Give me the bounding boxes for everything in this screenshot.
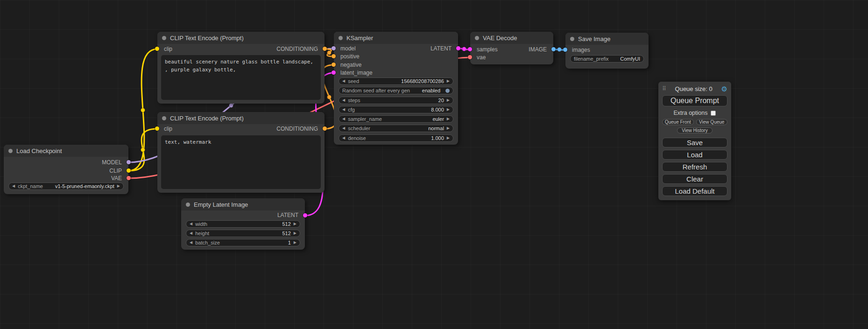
decrement-arrow-icon[interactable]: ◀	[190, 231, 192, 235]
decrement-arrow-icon[interactable]: ◀	[342, 79, 345, 83]
increment-arrow-icon[interactable]: ▶	[294, 231, 296, 235]
output-slot-clip[interactable]	[127, 168, 131, 173]
comfy-menu-panel[interactable]: ⠿ Queue size: 0 ⚙ Queue Prompt Extra opt…	[658, 82, 731, 200]
queue-front-button[interactable]: Queue Front	[662, 119, 694, 125]
widget-value: 156680208700286	[401, 78, 444, 84]
queue-mini-buttons: Queue Front View Queue	[662, 119, 727, 125]
output-label-clip: CLIP	[109, 168, 122, 174]
link-clip-to-positive-prompt	[128, 49, 157, 171]
output-slot-latent[interactable]	[456, 46, 460, 50]
output-slot-latent[interactable]	[303, 213, 307, 217]
node-collapse-dot[interactable]	[570, 37, 574, 41]
denoise-widget[interactable]: ◀ denoise 1.000 ▶	[339, 134, 453, 142]
node-title-bar[interactable]: KSampler	[334, 32, 458, 44]
input-slot-model[interactable]	[332, 46, 336, 50]
output-slot-vae[interactable]	[127, 176, 131, 180]
seed-widget[interactable]: ◀ seed 156680208700286 ▶	[339, 77, 453, 85]
node-clip-text-encode-negative[interactable]: CLIP Text Encode (Prompt) clip CONDITION…	[157, 112, 325, 193]
negative-prompt-textarea[interactable]	[161, 135, 321, 189]
decrement-arrow-icon[interactable]: ◀	[12, 184, 15, 188]
node-ksampler[interactable]: KSampler model positive negative latent_…	[334, 32, 458, 145]
decrement-arrow-icon[interactable]: ◀	[190, 241, 192, 245]
decrement-arrow-icon[interactable]: ◀	[190, 222, 192, 226]
node-collapse-dot[interactable]	[8, 149, 13, 153]
input-slot-vae[interactable]	[468, 55, 472, 59]
increment-arrow-icon[interactable]: ▶	[447, 98, 450, 102]
node-title: Empty Latent Image	[194, 201, 248, 208]
toggle-knob-icon[interactable]	[445, 89, 450, 93]
drag-handle-icon[interactable]: ⠿	[662, 85, 666, 92]
node-title-bar[interactable]: VAE Decode	[470, 32, 553, 44]
decrement-arrow-icon[interactable]: ◀	[342, 126, 345, 130]
link-midpoint-dot	[327, 95, 332, 99]
clear-button[interactable]: Clear	[662, 174, 727, 184]
increment-arrow-icon[interactable]: ▶	[447, 126, 450, 130]
link-midpoint-dot	[557, 48, 562, 52]
height-widget[interactable]: ◀ height 512 ▶	[186, 230, 300, 237]
node-title-bar[interactable]: CLIP Text Encode (Prompt)	[157, 32, 325, 44]
positive-prompt-textarea[interactable]	[161, 55, 321, 100]
widget-label: steps	[348, 98, 360, 103]
extra-options-checkbox[interactable]	[711, 111, 716, 116]
node-title: Load Checkpoint	[16, 147, 62, 154]
width-widget[interactable]: ◀ width 512 ▶	[186, 220, 300, 228]
ckpt-name-widget[interactable]: ◀ ckpt_name v1-5-pruned-emaonly.ckpt ▶	[8, 182, 124, 190]
input-label-negative: negative	[340, 62, 361, 68]
settings-gear-icon[interactable]: ⚙	[721, 85, 727, 92]
increment-arrow-icon[interactable]: ▶	[294, 222, 296, 226]
increment-arrow-icon[interactable]: ▶	[447, 136, 450, 140]
random-seed-toggle-widget[interactable]: Random seed after every gen enabled	[339, 87, 453, 94]
node-collapse-dot[interactable]	[339, 36, 343, 40]
view-history-button[interactable]: View History	[677, 127, 713, 133]
node-title-bar[interactable]: Empty Latent Image	[181, 198, 305, 210]
input-slot-latent-image[interactable]	[332, 70, 336, 75]
input-slot-clip[interactable]	[155, 47, 159, 51]
output-slot-conditioning[interactable]	[323, 47, 327, 51]
node-collapse-dot[interactable]	[186, 203, 190, 207]
decrement-arrow-icon[interactable]: ◀	[342, 136, 345, 140]
output-label-model: MODEL	[102, 159, 122, 166]
input-slot-samples[interactable]	[468, 47, 472, 51]
widget-value: enabled	[422, 88, 440, 93]
increment-arrow-icon[interactable]: ▶	[447, 79, 450, 83]
increment-arrow-icon[interactable]: ▶	[447, 117, 450, 121]
cfg-widget[interactable]: ◀ cfg 8.000 ▶	[339, 106, 453, 113]
decrement-arrow-icon[interactable]: ◀	[342, 98, 345, 102]
node-clip-text-encode-positive[interactable]: CLIP Text Encode (Prompt) clip CONDITION…	[157, 32, 325, 104]
output-slot-model[interactable]	[127, 160, 131, 164]
node-title-bar[interactable]: Save Image	[565, 33, 649, 45]
node-vae-decode[interactable]: VAE Decode samples vae IMAGE	[470, 32, 553, 64]
node-collapse-dot[interactable]	[475, 36, 479, 40]
node-load-checkpoint[interactable]: Load Checkpoint MODEL CLIP VAE ◀ ckpt_na…	[4, 145, 128, 194]
node-empty-latent-image[interactable]: Empty Latent Image LATENT ◀ width 512 ▶ …	[181, 198, 305, 250]
save-button[interactable]: Save	[662, 138, 727, 147]
queue-prompt-button[interactable]: Queue Prompt	[662, 95, 727, 106]
input-slot-positive[interactable]	[332, 54, 336, 58]
output-slot-conditioning[interactable]	[323, 126, 327, 131]
link-midpoint-dot	[462, 47, 466, 51]
node-collapse-dot[interactable]	[162, 36, 166, 40]
refresh-button[interactable]: Refresh	[662, 162, 727, 172]
load-default-button[interactable]: Load Default	[662, 186, 727, 196]
decrement-arrow-icon[interactable]: ◀	[342, 108, 345, 112]
node-title-bar[interactable]: Load Checkpoint	[4, 145, 128, 157]
input-slot-images[interactable]	[563, 48, 567, 52]
extra-options-label: Extra options	[674, 110, 708, 116]
increment-arrow-icon[interactable]: ▶	[117, 184, 120, 188]
load-button[interactable]: Load	[662, 150, 727, 160]
filename-prefix-widget[interactable]: filename_prefix ComfyUI	[570, 55, 644, 63]
output-slot-image[interactable]	[551, 47, 556, 51]
view-queue-button[interactable]: View Queue	[696, 119, 728, 125]
decrement-arrow-icon[interactable]: ◀	[342, 117, 345, 121]
node-save-image[interactable]: Save Image images filename_prefix ComfyU…	[565, 33, 649, 69]
node-title-bar[interactable]: CLIP Text Encode (Prompt)	[157, 112, 325, 124]
scheduler-widget[interactable]: ◀ scheduler normal ▶	[339, 125, 453, 132]
increment-arrow-icon[interactable]: ▶	[294, 241, 296, 245]
sampler-name-widget[interactable]: ◀ sampler_name euler ▶	[339, 115, 453, 123]
steps-widget[interactable]: ◀ steps 20 ▶	[339, 97, 453, 104]
increment-arrow-icon[interactable]: ▶	[447, 108, 450, 112]
input-slot-clip[interactable]	[155, 126, 159, 131]
batch-size-widget[interactable]: ◀ batch_size 1 ▶	[186, 239, 300, 246]
input-slot-negative[interactable]	[332, 63, 336, 67]
node-collapse-dot[interactable]	[162, 116, 166, 120]
